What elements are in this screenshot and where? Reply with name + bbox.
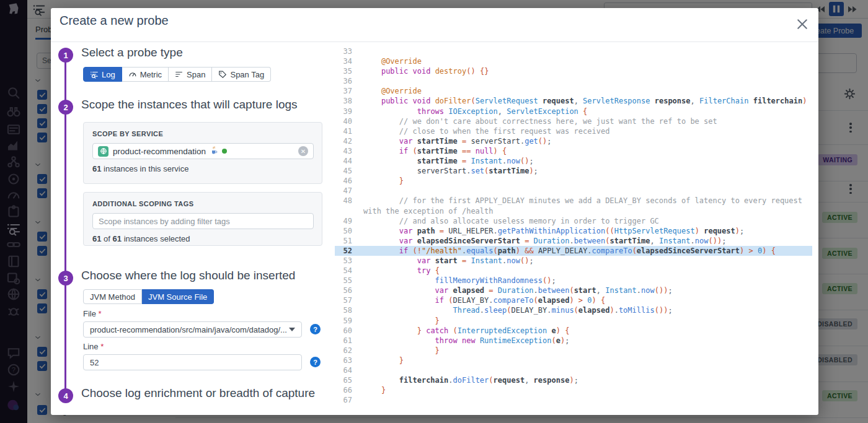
line-number[interactable]: 38 (335, 96, 363, 106)
line-number[interactable]: 55 (335, 276, 363, 286)
code-line[interactable]: 60 } catch (InterruptedException e) { (335, 326, 812, 336)
code-text: fillMemoryWithRandomness(); (363, 276, 812, 286)
line-number[interactable]: 41 (335, 126, 363, 136)
file-help-icon[interactable]: ? (310, 324, 321, 334)
code-line[interactable]: 39 throws IOException, ServletException … (335, 107, 812, 116)
code-text: var elapsed = Duration.between(start, In… (363, 286, 812, 295)
code-line[interactable]: 40 // we don't care about correctness he… (335, 116, 812, 126)
line-number[interactable]: 67 (335, 395, 363, 405)
code-line[interactable]: 57 if (DELAY_BY.compareTo(elapsed) > 0) … (335, 295, 812, 305)
line-number[interactable]: 50 (335, 226, 363, 236)
code-line[interactable]: 48 // for the first APPLY_DELAY minutes … (335, 196, 812, 216)
line-number[interactable]: 63 (335, 355, 363, 365)
code-line[interactable]: 52 if (!"/health".equals(path) && APPLY_… (335, 246, 812, 256)
probe-type-log[interactable]: Log (83, 67, 122, 82)
code-line[interactable]: 56 var elapsed = Duration.between(start,… (335, 286, 812, 295)
code-line[interactable]: 49 // and also allocate useless memory i… (335, 216, 812, 226)
line-input[interactable]: 52 (83, 354, 302, 370)
scoping-tags-input[interactable]: Scope instances by adding filter tags (92, 213, 314, 229)
line-number[interactable]: 35 (335, 66, 363, 76)
metric-icon (128, 70, 137, 79)
line-number[interactable]: 43 (335, 146, 363, 156)
code-line[interactable]: 59 } (335, 316, 812, 326)
toggle-jvm-method[interactable]: JVM Method (83, 289, 142, 304)
line-number[interactable]: 65 (335, 375, 363, 385)
line-number[interactable]: 47 (335, 186, 363, 196)
code-text: // we don't care about correctness here,… (363, 116, 812, 126)
line-number[interactable]: 62 (335, 346, 363, 355)
service-select[interactable]: product-recommendation ✕ (92, 143, 314, 159)
code-line[interactable]: 35 public void destroy() {} (335, 66, 812, 76)
line-number[interactable]: 56 (335, 286, 363, 295)
code-line[interactable]: 55 fillMemoryWithRandomness(); (335, 276, 812, 286)
code-line[interactable]: 54 try { (335, 266, 812, 276)
code-line[interactable]: 63 } (335, 355, 812, 365)
line-number[interactable]: 46 (335, 176, 363, 186)
line-number[interactable]: 45 (335, 166, 363, 176)
code-line[interactable]: 61 throw new RuntimeException(e); (335, 336, 812, 346)
clear-service-icon[interactable]: ✕ (298, 146, 308, 156)
log-icon (90, 70, 99, 79)
file-label: File * (83, 309, 102, 318)
line-number[interactable]: 44 (335, 156, 363, 166)
line-number[interactable]: 39 (335, 107, 363, 116)
code-line[interactable]: 36 (335, 76, 812, 86)
line-number[interactable]: 53 (335, 256, 363, 266)
code-line[interactable]: 33 (335, 46, 812, 56)
code-line[interactable]: 66 } (335, 385, 812, 395)
step-4-title: Choose log enrichment or breadth of capt… (81, 386, 315, 400)
line-number[interactable]: 61 (335, 336, 363, 346)
toggle-jvm-source-file[interactable]: JVM Source File (142, 289, 214, 304)
line-number[interactable]: 37 (335, 86, 363, 96)
code-line[interactable]: 64 (335, 365, 812, 375)
java-icon (210, 146, 218, 157)
code-line[interactable]: 37 @Override (335, 86, 812, 96)
line-number[interactable]: 66 (335, 385, 363, 395)
line-number[interactable]: 52 (335, 246, 363, 256)
code-line[interactable]: 47 (335, 186, 812, 196)
line-number[interactable]: 48 (335, 196, 363, 216)
code-line[interactable]: 53 var start = Instant.now(); (335, 256, 812, 266)
line-number[interactable]: 34 (335, 56, 363, 66)
line-help-icon[interactable]: ? (310, 357, 321, 367)
code-line[interactable]: 46 } (335, 176, 812, 186)
code-line[interactable]: 62 } (335, 346, 812, 355)
line-number[interactable]: 36 (335, 76, 363, 86)
code-text: } (363, 316, 812, 326)
step-1-number: 1 (58, 48, 73, 63)
code-line[interactable]: 51 var elapsedSinceServerStart = Duratio… (335, 236, 812, 246)
code-line[interactable]: 43 if (startTime == null) { (335, 146, 812, 156)
line-number[interactable]: 40 (335, 116, 363, 126)
code-line[interactable]: 42 var startTime = serverStart.get(); (335, 136, 812, 146)
line-number[interactable]: 59 (335, 316, 363, 326)
probe-type-span[interactable]: Span (169, 67, 212, 82)
probe-type-metric[interactable]: Metric (122, 67, 169, 82)
line-number[interactable]: 58 (335, 305, 363, 315)
modal-title: Create a new probe (60, 14, 169, 28)
code-text: var elapsedSinceServerStart = Duration.b… (363, 236, 812, 246)
code-text: filterchain.doFilter(request, response); (363, 375, 812, 385)
code-line[interactable]: 67 (335, 395, 812, 405)
code-line[interactable]: 34 @Override (335, 56, 812, 66)
code-line[interactable]: 38 public void doFilter(ServletRequest r… (335, 96, 812, 106)
code-line[interactable]: 44 startTime = Instant.now(); (335, 156, 812, 166)
line-number[interactable]: 54 (335, 266, 363, 276)
code-line[interactable]: 65 filterchain.doFilter(request, respons… (335, 375, 812, 385)
line-number[interactable]: 51 (335, 236, 363, 246)
close-icon[interactable] (795, 17, 810, 32)
code-text (363, 76, 812, 86)
line-number[interactable]: 57 (335, 295, 363, 305)
code-line[interactable]: 50 var path = URL_HELPER.getPathWithinAp… (335, 226, 812, 236)
line-number[interactable]: 64 (335, 365, 363, 375)
code-line[interactable]: 41 // close to when the first request wa… (335, 126, 812, 136)
code-line[interactable]: 45 serverStart.set(startTime); (335, 166, 812, 176)
code-line[interactable]: 58 Thread.sleep(DELAY_BY.minus(elapsed).… (335, 305, 812, 315)
line-number[interactable]: 60 (335, 326, 363, 336)
additional-tags-panel: ADDITIONAL SCOPING TAGS Scope instances … (83, 192, 322, 246)
line-number[interactable]: 42 (335, 136, 363, 146)
line-number[interactable]: 49 (335, 216, 363, 226)
line-number[interactable]: 33 (335, 46, 363, 56)
code-text: var start = Instant.now(); (363, 256, 812, 266)
file-select[interactable]: product-recommendation/src/main/java/com… (83, 321, 302, 338)
probe-type-span-tag[interactable]: Span Tag (212, 67, 271, 82)
